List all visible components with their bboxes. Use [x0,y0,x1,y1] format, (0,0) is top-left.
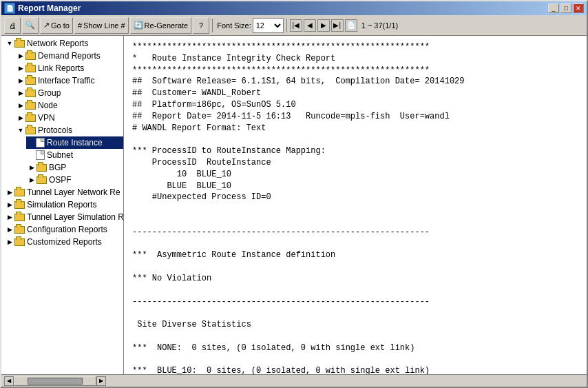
titlebar-controls: _ □ ✕ [548,3,584,13]
folder-icon-link-reports [25,63,36,73]
folder-icon-demand-reports [25,51,36,61]
label-vpn: VPN [38,113,55,123]
expander-tunnel-layer-simulation: ▶ [6,213,14,221]
print-button[interactable]: 🖨 [4,17,21,34]
report-content: ****************************************… [132,41,578,374]
label-customized-reports: Customized Reports [27,237,102,247]
first-page-button[interactable]: |◀ [290,19,302,32]
folder-icon-tunnel-layer-network [14,187,25,197]
sidebar-item-configuration-reports[interactable]: ▶ Configuration Reports [4,223,123,236]
expander-subnet [28,151,36,159]
report-pane: ****************************************… [124,36,587,374]
sidebar-item-tunnel-layer-simulation[interactable]: ▶ Tunnel Layer Simulation R [4,211,123,223]
help-button[interactable]: ? [193,17,209,34]
titlebar-left: 📄 Report Manager [4,3,81,14]
expander-link-reports: ▶ [17,64,25,72]
sidebar-item-customized-reports[interactable]: ▶ Customized Reports [4,236,123,248]
toolbar-separator-1 [212,19,213,32]
expander-vpn: ▶ [17,114,25,122]
sidebar-item-group[interactable]: ▶ Group [15,87,123,99]
expander-bgp: ▶ [28,163,36,172]
folder-icon-bgp [36,163,47,172]
sidebar-item-node[interactable]: ▶ Node [15,99,123,112]
window-title: Report Manager [18,3,81,13]
show-line-button[interactable]: # Show Line # [74,17,129,34]
titlebar: 📄 Report Manager _ □ ✕ [1,1,587,15]
expander-interface-traffic: ▶ [17,76,25,85]
label-node: Node [38,101,58,110]
folder-icon-interface-traffic [25,76,36,85]
folder-icon-simulation-reports [14,200,25,210]
folder-icon-group [25,88,36,98]
expander-ospf: ▶ [28,176,36,184]
folder-icon-node [25,101,36,110]
search-button[interactable]: 🔍 [22,17,39,34]
label-group: Group [38,88,61,98]
folder-icon-vpn [25,113,36,123]
statusbar: ◀ ▶ [1,374,587,387]
sidebar-item-network-reports[interactable]: ▼ Network Reports [4,37,123,50]
label-link-reports: Link Reports [38,63,84,73]
sidebar-item-interface-traffic[interactable]: ▶ Interface Traffic [15,74,123,87]
last-page-button[interactable]: ▶| [331,19,344,32]
folder-icon-configuration-reports [14,225,25,234]
expander-configuration-reports: ▶ [6,225,14,234]
label-interface-traffic: Interface Traffic [38,76,94,85]
sidebar-item-subnet[interactable]: Subnet [26,149,123,161]
regenerate-label: Re-Generate [145,21,189,30]
folder-icon-tunnel-layer-simulation [14,212,25,222]
expander-node: ▶ [17,101,25,110]
goto-label: Go to [51,21,70,30]
label-bgp: BGP [49,163,66,172]
sidebar-item-demand-reports[interactable]: ▶ Demand Reports [15,50,123,62]
sidebar-item-protocols[interactable]: ▼ Protocols [15,124,123,136]
folder-icon-network-reports [14,39,25,48]
sidebar-item-vpn[interactable]: ▶ VPN [15,112,123,124]
page-icon: 📄 [345,19,357,32]
goto-icon: ↗ [43,21,50,30]
close-button[interactable]: ✕ [573,3,584,13]
expander-customized-reports: ▶ [6,238,14,246]
prev-page-button[interactable]: ◀ [304,19,316,32]
content-area: ▼ Network Reports ▶ Demand Reports ▶ Lin… [1,36,587,374]
sidebar-item-simulation-reports[interactable]: ▶ Simulation Reports [4,198,123,211]
sidebar-item-tunnel-layer-network[interactable]: ▶ Tunnel Layer Network Re [4,186,123,198]
label-configuration-reports: Configuration Reports [27,225,107,234]
expander-demand-reports: ▶ [17,52,25,60]
expander-network-reports: ▼ [6,39,14,48]
page-info: 1 ~ 37(1/1) [361,21,399,30]
print-icon: 🖨 [9,21,17,30]
maximize-button[interactable]: □ [560,3,571,13]
goto-button[interactable]: ↗ Go to [40,17,73,34]
font-size-select[interactable]: 8 9 10 11 12 14 16 18 20 [253,18,284,33]
sidebar-item-bgp[interactable]: ▶ BGP [26,161,123,174]
expander-simulation-reports: ▶ [6,201,14,209]
label-protocols: Protocols [38,125,72,135]
scroll-right-button[interactable]: ▶ [96,376,106,386]
report-scroll-area[interactable]: ****************************************… [124,36,587,374]
sidebar-item-route-instance[interactable]: Route Instance [26,136,123,149]
label-demand-reports: Demand Reports [38,51,101,61]
label-network-reports: Network Reports [27,39,88,48]
help-icon: ? [199,21,203,30]
sidebar-item-link-reports[interactable]: ▶ Link Reports [15,62,123,74]
label-tunnel-layer-network: Tunnel Layer Network Re [27,187,120,197]
search-icon: 🔍 [25,21,35,30]
next-page-button[interactable]: ▶ [317,19,330,32]
label-subnet: Subnet [47,150,73,160]
minimize-button[interactable]: _ [548,3,559,13]
label-simulation-reports: Simulation Reports [27,200,96,210]
toolbar: 🖨 🔍 ↗ Go to # Show Line # 🔄 Re-Generate … [1,15,587,36]
show-line-icon: # [78,21,82,30]
sidebar-item-ospf[interactable]: ▶ OSPF [26,174,123,186]
font-size-label: Font Size: [217,21,251,30]
report-manager-window: 📄 Report Manager _ □ ✕ 🖨 🔍 ↗ Go to # Sho… [0,0,588,388]
folder-icon-ospf [36,175,47,185]
sidebar[interactable]: ▼ Network Reports ▶ Demand Reports ▶ Lin… [1,36,124,374]
folder-icon-protocols [25,125,36,135]
regenerate-button[interactable]: 🔄 Re-Generate [130,17,192,34]
label-ospf: OSPF [49,175,72,185]
label-tunnel-layer-simulation: Tunnel Layer Simulation R [27,212,124,222]
horizontal-scrollbar-thumb[interactable] [14,376,96,386]
scroll-left-button[interactable]: ◀ [4,376,14,386]
